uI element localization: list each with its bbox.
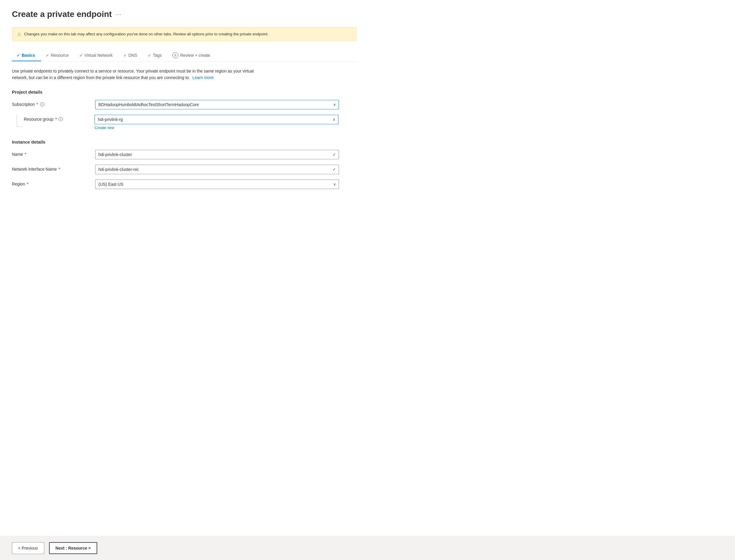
- region-label: Region: [12, 182, 25, 186]
- instance-details-title: Instance details: [12, 139, 357, 144]
- subscription-select[interactable]: BDHadoopHumboldtAdhocTestShortTermHadoop…: [95, 100, 339, 109]
- rg-required: *: [55, 117, 57, 122]
- rg-select-wrapper: hdi-privlink-rg ∨: [95, 115, 338, 124]
- tab-virtual-network-label: Virtual Network: [84, 53, 113, 58]
- indent-line: [17, 115, 17, 127]
- resource-check-icon: ✓: [46, 53, 49, 58]
- nic-name-required: *: [59, 167, 60, 172]
- region-row: Region * (US) East US ∨: [12, 180, 357, 189]
- description-text: Use private endpoints to privately conne…: [12, 68, 267, 81]
- region-label-col: Region *: [12, 180, 95, 186]
- subscription-row: Subscription * i BDHadoopHumboldtAdhocTe…: [12, 100, 357, 109]
- previous-button[interactable]: < Previous: [12, 542, 44, 554]
- subscription-input-col: BDHadoopHumboldtAdhocTestShortTermHadoop…: [95, 100, 339, 109]
- rg-label-col: Resource group * i: [24, 115, 95, 122]
- name-input-col: ✓: [95, 150, 339, 159]
- nic-name-row: Network Interface Name * ✓: [12, 165, 357, 174]
- indent-connector: [12, 115, 24, 127]
- ellipsis-menu[interactable]: ···: [115, 11, 122, 18]
- nic-name-label-col: Network Interface Name *: [12, 165, 95, 172]
- project-details-section: Project details Subscription * i BDHadoo…: [12, 89, 357, 130]
- subscription-label: Subscription: [12, 102, 35, 107]
- rg-input-col: hdi-privlink-rg ∨ Create new: [95, 115, 338, 130]
- warning-icon: ⚠: [17, 32, 21, 37]
- project-details-title: Project details: [12, 89, 357, 95]
- next-button[interactable]: Next : Resource >: [49, 542, 97, 554]
- tab-basics[interactable]: ✓ Basics: [12, 50, 41, 61]
- subscription-select-wrapper: BDHadoopHumboldtAdhocTestShortTermHadoop…: [95, 100, 339, 109]
- page-title: Create a private endpoint: [12, 10, 112, 19]
- tab-resource[interactable]: ✓ Resource: [41, 50, 75, 61]
- tabs-row: ✓ Basics ✓ Resource ✓ Virtual Network ✓ …: [12, 49, 357, 62]
- region-select-wrapper: (US) East US ∨: [95, 180, 339, 189]
- create-new-link[interactable]: Create new: [95, 125, 114, 130]
- resource-group-row: Resource group * i hdi-privlink-rg ∨ Cre…: [12, 115, 357, 130]
- dns-check-icon: ✓: [123, 53, 127, 58]
- tab-basics-label: Basics: [22, 53, 35, 58]
- tab-dns[interactable]: ✓ DNS: [119, 50, 143, 61]
- nic-name-label: Network Interface Name: [12, 167, 57, 172]
- review-create-number: 6: [172, 52, 178, 58]
- instance-details-section: Instance details Name * ✓ Network Interf…: [12, 139, 357, 189]
- region-required: *: [27, 182, 28, 186]
- tags-check-icon: ✓: [148, 53, 151, 58]
- tab-dns-label: DNS: [128, 53, 137, 58]
- tab-resource-label: Resource: [51, 53, 69, 58]
- tab-virtual-network[interactable]: ✓ Virtual Network: [75, 50, 119, 61]
- name-label: Name: [12, 152, 23, 157]
- nic-name-input-col: ✓: [95, 165, 339, 174]
- warning-text: Changes you make on this tab may affect …: [24, 31, 268, 37]
- name-row: Name * ✓: [12, 150, 357, 159]
- subscription-label-col: Subscription * i: [12, 100, 95, 107]
- rg-label: Resource group: [24, 117, 53, 122]
- nic-name-input[interactable]: [95, 165, 339, 174]
- basics-check-icon: ✓: [17, 53, 20, 58]
- region-select[interactable]: (US) East US: [95, 180, 339, 189]
- subscription-info-icon[interactable]: i: [40, 102, 44, 106]
- tab-review-create[interactable]: 6 Review + create: [168, 49, 216, 62]
- description-body: Use private endpoints to privately conne…: [12, 69, 254, 80]
- region-input-col: (US) East US ∨: [95, 180, 339, 189]
- rg-select[interactable]: hdi-privlink-rg: [95, 115, 338, 124]
- rg-info-icon[interactable]: i: [59, 117, 63, 121]
- tab-tags[interactable]: ✓ Tags: [143, 50, 168, 61]
- nic-name-input-wrapper: ✓: [95, 165, 339, 174]
- warning-banner: ⚠ Changes you make on this tab may affec…: [12, 27, 357, 41]
- name-input-wrapper: ✓: [95, 150, 339, 159]
- tab-review-create-label: Review + create: [180, 53, 210, 58]
- name-label-col: Name *: [12, 150, 95, 157]
- footer-bar: < Previous Next : Resource >: [0, 536, 735, 560]
- tab-tags-label: Tags: [153, 53, 162, 58]
- learn-more-link[interactable]: Learn more: [192, 75, 214, 80]
- vnet-check-icon: ✓: [79, 53, 83, 58]
- subscription-required: *: [37, 102, 38, 107]
- name-input[interactable]: [95, 150, 339, 159]
- name-required: *: [25, 152, 26, 157]
